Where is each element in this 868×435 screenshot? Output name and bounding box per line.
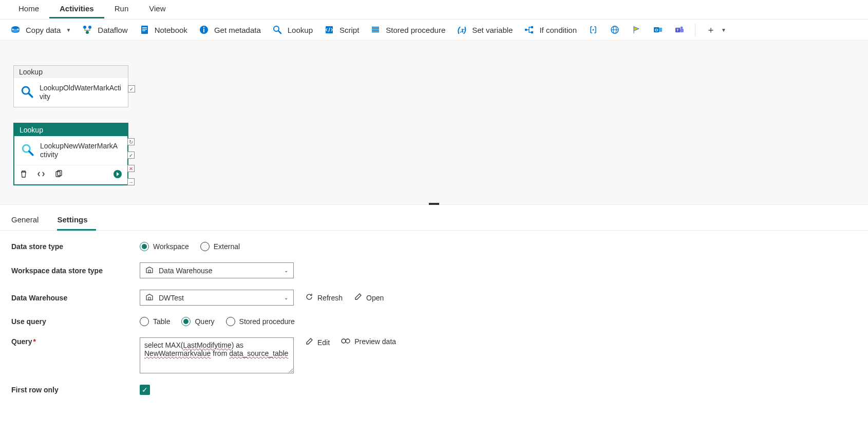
select-value: DWTest bbox=[159, 294, 279, 302]
preview-data-button[interactable]: Preview data bbox=[341, 337, 396, 346]
get-metadata-button[interactable]: Get metadata bbox=[198, 23, 262, 37]
toolbar-outlook-button[interactable]: O bbox=[652, 23, 664, 37]
label-first-row: First row only bbox=[11, 386, 140, 394]
svg-rect-21 bbox=[531, 31, 533, 33]
first-row-checkbox[interactable]: ✓ bbox=[140, 385, 150, 395]
svg-point-3 bbox=[88, 26, 91, 29]
nav-tab-view[interactable]: View bbox=[139, 0, 176, 18]
lookup-icon bbox=[21, 143, 35, 159]
nav-tab-activities[interactable]: Activities bbox=[49, 0, 104, 18]
node-type-label: Lookup bbox=[14, 66, 128, 78]
retry-badge[interactable]: ↻ bbox=[127, 138, 135, 145]
svg-point-22 bbox=[593, 29, 594, 31]
code-icon[interactable] bbox=[37, 170, 45, 180]
edit-icon bbox=[305, 337, 313, 347]
open-button[interactable]: Open bbox=[354, 293, 384, 302]
copy-data-icon bbox=[10, 25, 21, 35]
label-workspace-type: Workspace data store type bbox=[11, 267, 140, 275]
stored-procedure-button[interactable]: Stored procedure bbox=[369, 23, 446, 37]
node-lookup-new[interactable]: Lookup LookupNewWaterMarkActivity ↻ ✓ ✕ … bbox=[13, 123, 128, 185]
preview-label: Preview data bbox=[354, 337, 396, 346]
refresh-button[interactable]: Refresh bbox=[305, 293, 343, 302]
success-badge[interactable]: ✓ bbox=[127, 152, 135, 159]
toolbar: Copy data ▼ Dataflow Notebook Get metada… bbox=[0, 19, 868, 41]
notebook-button[interactable]: Notebook bbox=[138, 23, 188, 37]
copy-data-button[interactable]: Copy data ▼ bbox=[9, 23, 72, 37]
radio-stored-procedure[interactable]: Stored procedure bbox=[226, 317, 295, 326]
svg-point-11 bbox=[203, 27, 204, 28]
chevron-down-icon: ▼ bbox=[721, 27, 726, 33]
radio-label: External bbox=[214, 242, 240, 251]
plus-icon: ＋ bbox=[706, 25, 716, 35]
select-workspace-type[interactable]: Data Warehouse ⌄ bbox=[140, 262, 294, 278]
node-name: LookupNewWaterMarkActivity bbox=[40, 142, 121, 160]
copy-icon[interactable] bbox=[54, 170, 63, 180]
svg-rect-8 bbox=[142, 30, 145, 31]
stored-procedure-icon bbox=[370, 25, 381, 35]
run-icon[interactable] bbox=[113, 169, 122, 180]
svg-rect-6 bbox=[142, 27, 147, 28]
dataflow-button[interactable]: Dataflow bbox=[81, 23, 128, 37]
lookup-icon bbox=[272, 25, 282, 35]
warehouse-icon bbox=[145, 266, 154, 275]
if-condition-icon bbox=[524, 25, 534, 35]
refresh-label: Refresh bbox=[317, 294, 343, 302]
radio-query[interactable]: Query bbox=[181, 317, 214, 326]
svg-line-13 bbox=[278, 31, 281, 33]
nav-tab-run[interactable]: Run bbox=[104, 0, 139, 18]
edit-query-button[interactable]: Edit bbox=[305, 337, 330, 347]
pennant-icon bbox=[631, 25, 641, 35]
nav-tabs: Home Activities Run View bbox=[0, 0, 868, 19]
notebook-label: Notebook bbox=[155, 26, 187, 34]
panel-resize-handle[interactable] bbox=[429, 203, 439, 205]
set-variable-button[interactable]: (𝑥) Set variable bbox=[456, 23, 514, 37]
svg-rect-10 bbox=[203, 29, 204, 32]
teams-icon: T bbox=[674, 25, 685, 35]
toolbar-extra-1[interactable] bbox=[587, 23, 599, 37]
label-data-store-type: Data store type bbox=[11, 242, 140, 251]
node-name: LookupOldWaterMarkActivity bbox=[40, 84, 122, 102]
detail-tabs: General Settings bbox=[0, 211, 868, 231]
label-query: Query* bbox=[11, 337, 140, 346]
svg-line-36 bbox=[29, 151, 33, 155]
copy-data-label: Copy data bbox=[26, 26, 61, 34]
nav-tab-home[interactable]: Home bbox=[8, 0, 49, 18]
toolbar-extra-3[interactable] bbox=[630, 23, 643, 37]
tab-general[interactable]: General bbox=[11, 211, 47, 231]
svg-rect-28 bbox=[659, 28, 662, 32]
tab-settings[interactable]: Settings bbox=[57, 211, 96, 231]
query-input[interactable]: select MAX(LastModifytime) as NewWaterma… bbox=[140, 337, 294, 373]
script-button[interactable]: Script bbox=[323, 23, 360, 37]
svg-point-42 bbox=[342, 339, 346, 343]
delete-icon[interactable] bbox=[20, 170, 28, 180]
if-condition-button[interactable]: If condition bbox=[523, 23, 578, 37]
svg-point-43 bbox=[346, 339, 350, 343]
fail-badge[interactable]: ✕ bbox=[127, 165, 135, 172]
radio-label: Table bbox=[153, 317, 170, 326]
svg-point-4 bbox=[86, 31, 89, 34]
toolbar-web-button[interactable] bbox=[609, 23, 621, 37]
lookup-icon bbox=[20, 85, 34, 101]
node-lookup-old[interactable]: Lookup LookupOldWaterMarkActivity ✓ bbox=[13, 65, 128, 107]
radio-workspace[interactable]: Workspace bbox=[140, 242, 189, 251]
settings-form: Data store type Workspace External Works… bbox=[0, 231, 868, 418]
pipeline-canvas[interactable]: Lookup LookupOldWaterMarkActivity ✓ Look… bbox=[0, 41, 868, 205]
script-label: Script bbox=[339, 26, 359, 34]
toolbar-teams-button[interactable]: T bbox=[673, 23, 686, 37]
refresh-icon bbox=[305, 293, 313, 302]
warehouse-icon bbox=[145, 293, 154, 302]
skip-badge[interactable]: → bbox=[127, 178, 135, 185]
svg-point-31 bbox=[681, 27, 683, 29]
radio-external[interactable]: External bbox=[200, 242, 240, 251]
svg-rect-41 bbox=[148, 297, 150, 300]
svg-rect-20 bbox=[531, 26, 533, 28]
toolbar-add-button[interactable]: ＋ ▼ bbox=[705, 23, 727, 37]
radio-table[interactable]: Table bbox=[140, 317, 170, 326]
set-variable-label: Set variable bbox=[472, 26, 513, 34]
select-data-warehouse[interactable]: DWTest ⌄ bbox=[140, 290, 294, 306]
svg-rect-18 bbox=[372, 27, 379, 28]
lookup-button[interactable]: Lookup bbox=[271, 23, 314, 37]
edit-icon bbox=[354, 293, 362, 302]
outlook-icon: O bbox=[653, 25, 663, 35]
success-badge[interactable]: ✓ bbox=[128, 85, 135, 92]
